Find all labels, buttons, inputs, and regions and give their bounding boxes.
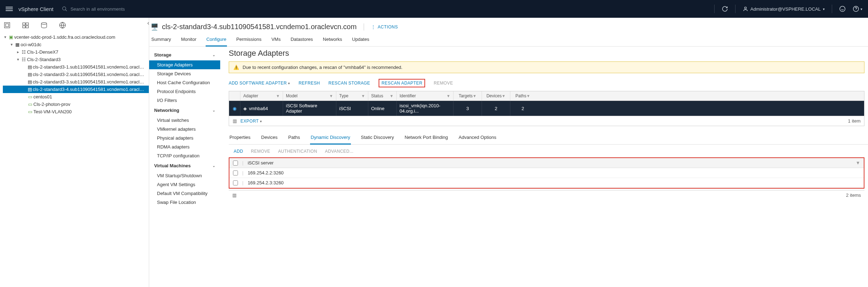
col-status[interactable]: Status▼ [368,91,397,101]
row-checkbox[interactable] [233,170,238,175]
tab-permissions[interactable]: Permissions [235,34,262,46]
filter-icon[interactable]: ▼ [501,94,505,98]
adapter-subtabs: Properties Devices Paths Dynamic Discove… [229,132,868,145]
refresh-button[interactable]: REFRESH [299,81,320,86]
subtab-advanced[interactable]: Advanced Options [458,132,497,144]
config-item-protocol-endpoints[interactable]: Protocol Endpoints [149,87,220,96]
filter-icon[interactable]: ▼ [856,160,860,166]
config-item-storage-adapters[interactable]: Storage Adapters [149,60,220,69]
rescan-adapter-button[interactable]: RESCAN ADAPTER [379,79,425,87]
chevron-down-icon: ⌄ [212,108,215,112]
tree-host[interactable]: ▤ cls-2-standard3-1.sub11090541581.vcnde… [3,63,149,71]
subtab-paths[interactable]: Paths [288,132,301,144]
tab-configure[interactable]: Configure [206,34,227,47]
caret-icon[interactable]: ▾ [3,35,8,39]
config-group-networking[interactable]: Networking⌄ [149,105,220,116]
config-item-swap[interactable]: Swap File Location [149,198,220,207]
app-title: vSphere Client [18,6,53,12]
config-item-tcpip[interactable]: TCP/IP configuration [149,151,220,160]
tab-updates[interactable]: Updates [351,34,370,46]
actions-menu[interactable]: ⋮ ACTIONS [371,25,398,29]
caret-icon[interactable]: ▾ [16,57,21,62]
config-item-rdma[interactable]: RDMA adapters [149,142,220,151]
config-group-storage[interactable]: Storage⌄ [149,49,220,60]
section-title: Storage Adapters [229,49,868,58]
svg-rect-13 [26,26,29,28]
tree-vcenter[interactable]: ▾ ▣ vcenter-sddc-prod-1.sddc.fra.oci.ora… [3,33,149,41]
config-item-agent-vm[interactable]: Agent VM Settings [149,180,220,189]
hosts-view-icon[interactable] [4,22,11,30]
config-item-default-compat[interactable]: Default VM Compatibility [149,189,220,198]
config-group-vms[interactable]: Virtual Machines⌄ [149,160,220,171]
export-button[interactable]: EXPORT ▾ [240,119,262,124]
col-devices[interactable]: Devices▼ [482,91,510,101]
search-box[interactable]: Search in all environments [62,6,714,12]
tree-cluster[interactable]: ▸ ☷ Cls-1-DenseX7 [3,48,149,56]
config-item-virtual-switches[interactable]: Virtual switches [149,116,220,125]
tree-host[interactable]: ▤ cls-2-standard3-4.sub11090541581.vcnde… [3,86,149,93]
caret-icon[interactable]: ▸ [16,50,21,54]
tree-datacenter[interactable]: ▾ ▦ oci-w01dc [3,41,149,48]
user-menu[interactable]: Administrator@VSPHERE.LOCAL ▾ [743,6,825,12]
vms-view-icon[interactable] [22,22,29,30]
col-paths[interactable]: Paths▼ [510,91,535,101]
tab-summary[interactable]: Summary [151,34,172,46]
table-row[interactable]: ◉ ◈vmhba64 iSCSI Software Adapter iSCSI … [229,101,864,116]
col-identifier[interactable]: Identifier▼ [397,91,454,101]
config-item-physical-adapters[interactable]: Physical adapters [149,134,220,142]
col-targets[interactable]: Targets▼ [454,91,482,101]
config-item-storage-devices[interactable]: Storage Devices [149,69,220,78]
filter-icon[interactable]: ▼ [526,94,530,98]
tab-monitor[interactable]: Monitor [180,34,197,46]
subtab-port-binding[interactable]: Network Port Binding [404,132,449,144]
col-type[interactable]: Type▼ [336,91,368,101]
menu-icon[interactable] [6,6,13,12]
subtab-devices[interactable]: Devices [260,132,278,144]
refresh-icon[interactable] [722,6,728,12]
subtab-dynamic-discovery[interactable]: Dynamic Discovery [310,132,351,145]
smiley-icon[interactable] [839,6,846,12]
filter-icon[interactable]: ▼ [329,94,333,98]
tree-vm[interactable]: ▭ Test-VM-VLAN200 [3,108,149,115]
columns-icon[interactable]: ▥ [233,118,237,124]
collapse-panel-icon[interactable]: ‹ [147,20,149,26]
table-row[interactable]: | 169.254.2.2:3260 [229,168,864,178]
filter-icon[interactable]: ▼ [361,94,365,98]
subtab-properties[interactable]: Properties [229,132,251,144]
col-model[interactable]: Model▼ [283,91,336,101]
tree-host[interactable]: ▤ cls-2-standard3-3.sub11090541581.vcnde… [3,78,149,86]
tree-vm[interactable]: ▭ Cls-2-photon-prov [3,101,149,108]
tree-cluster[interactable]: ▾ ☷ Cls-2-Standard3 [3,56,149,63]
table-row[interactable]: | 169.254.2.3:3260 [229,178,864,188]
add-software-adapter-button[interactable]: ADD SOFTWARE ADAPTER ▾ [229,81,290,86]
row-checkbox[interactable] [233,180,238,185]
tree-host[interactable]: ▤ cls-2-standard3-2.sub11090541581.vcnde… [3,71,149,78]
config-item-vmkernel[interactable]: VMkernel adapters [149,125,220,134]
svg-line-1 [65,10,67,11]
storage-view-icon[interactable] [40,22,48,30]
columns-icon[interactable]: ▥ [232,193,237,198]
radio-selected-icon[interactable]: ◉ [233,106,237,111]
tree-vm[interactable]: ▭ centos01 [3,93,149,101]
col-adapter[interactable]: Adapter▼ [240,91,283,101]
subtab-static-discovery[interactable]: Static Discovery [360,132,395,144]
filter-icon[interactable]: ▼ [446,94,450,98]
tab-datastores[interactable]: Datastores [290,34,314,46]
col-iscsi-server[interactable]: iSCSI server [248,160,273,166]
add-server-button[interactable]: ADD [234,149,243,154]
filter-icon[interactable]: ▼ [276,94,280,98]
help-icon[interactable]: ▾ [853,6,862,12]
caret-icon[interactable]: ▾ [9,42,14,47]
config-item-io-filters[interactable]: I/O Filters [149,96,220,105]
chevron-down-icon: ⌄ [212,164,215,168]
tab-networks[interactable]: Networks [322,34,343,46]
select-all-checkbox[interactable] [233,161,238,166]
cluster-icon: ☷ [21,57,27,62]
config-item-host-cache[interactable]: Host Cache Configuration [149,78,220,87]
rescan-storage-button[interactable]: RESCAN STORAGE [329,81,370,86]
filter-icon[interactable]: ▼ [473,94,477,98]
tab-vms[interactable]: VMs [271,34,281,46]
network-view-icon[interactable] [59,22,66,30]
filter-icon[interactable]: ▼ [390,94,394,98]
config-item-vm-startup[interactable]: VM Startup/Shutdown [149,171,220,180]
